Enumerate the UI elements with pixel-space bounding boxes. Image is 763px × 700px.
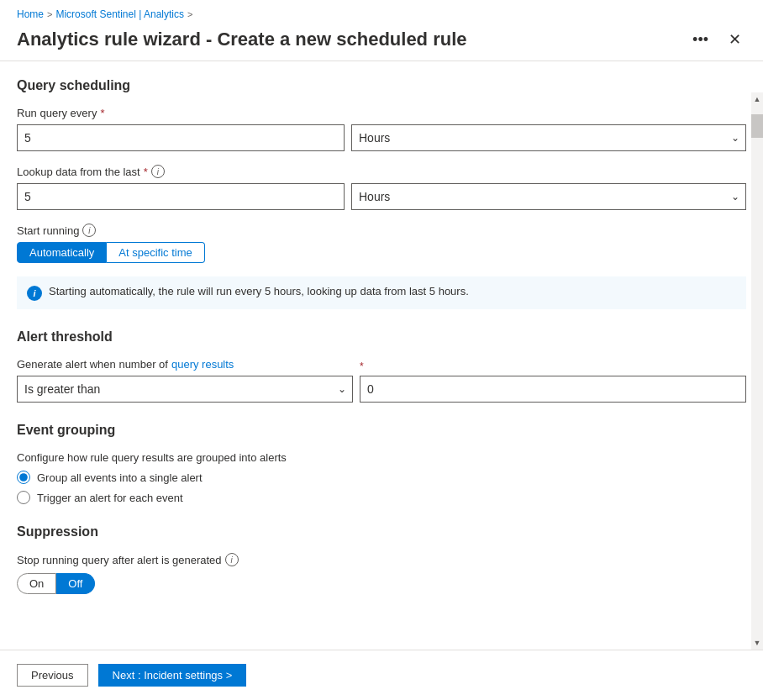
page-header: Analytics rule wizard - Create a new sch… xyxy=(0,25,763,61)
next-button[interactable]: Next : Incident settings > xyxy=(98,664,247,687)
footer: Previous Next : Incident settings > xyxy=(0,650,763,700)
suppression-info-icon[interactable]: i xyxy=(225,553,239,566)
event-grouping-radio-group: Group all events into a single alert Tri… xyxy=(17,471,746,504)
run-query-field-group: Run query every * Hours Days Minutes ⌄ xyxy=(17,107,746,151)
scrollbar[interactable]: ▲ ▼ xyxy=(751,92,763,650)
event-grouping-section: Event grouping Configure how rule query … xyxy=(17,423,746,504)
trigger-each-radio[interactable] xyxy=(17,491,30,504)
lookup-input[interactable] xyxy=(17,183,345,210)
start-running-info-icon[interactable]: i xyxy=(82,224,96,237)
trigger-each-label: Trigger an alert for each event xyxy=(37,492,183,504)
page-title: Analytics rule wizard - Create a new sch… xyxy=(17,29,467,50)
close-button[interactable]: ✕ xyxy=(724,29,746,50)
group-single-label: Group all events into a single alert xyxy=(37,471,203,484)
scroll-thumb[interactable] xyxy=(751,114,763,138)
suppression-title: Suppression xyxy=(17,524,746,539)
scroll-down-arrow[interactable]: ▼ xyxy=(751,636,763,650)
scroll-track[interactable] xyxy=(751,106,763,636)
query-results-label: query results xyxy=(171,358,234,371)
lookup-unit-select[interactable]: Hours Days Minutes xyxy=(351,183,746,210)
run-query-row: Hours Days Minutes ⌄ xyxy=(17,124,746,151)
breadcrumb-sep-2: > xyxy=(187,9,192,19)
breadcrumb-sep-1: > xyxy=(47,9,52,19)
suppression-off-button[interactable]: Off xyxy=(56,573,95,594)
alert-threshold-section: Alert threshold Generate alert when numb… xyxy=(17,329,746,403)
threshold-row: Is greater than Is less than Is equal to… xyxy=(17,376,746,403)
threshold-required-star: * xyxy=(360,361,364,372)
main-content: Query scheduling Run query every * Hours… xyxy=(0,61,763,618)
specific-time-button[interactable]: At specific time xyxy=(107,242,204,263)
start-running-label: Start running i xyxy=(17,224,746,237)
start-running-toggle-group: Automatically At specific time xyxy=(17,242,746,263)
info-banner-icon: i xyxy=(27,286,42,301)
breadcrumb: Home > Microsoft Sentinel | Analytics > xyxy=(0,0,763,25)
configure-label: Configure how rule query results are gro… xyxy=(17,451,746,464)
breadcrumb-analytics[interactable]: Microsoft Sentinel | Analytics xyxy=(55,8,184,20)
suppression-section: Suppression Stop running query after ale… xyxy=(17,524,746,594)
threshold-generate-label: Generate alert when number of query resu… xyxy=(17,358,746,371)
threshold-condition-wrapper: Is greater than Is less than Is equal to… xyxy=(17,376,353,403)
info-banner: i Starting automatically, the rule will … xyxy=(17,276,746,309)
lookup-label: Lookup data from the last * i xyxy=(17,165,746,178)
automatically-button[interactable]: Automatically xyxy=(17,242,107,263)
group-single-radio[interactable] xyxy=(17,471,30,484)
lookup-field-group: Lookup data from the last * i Hours Days… xyxy=(17,165,746,210)
event-grouping-title: Event grouping xyxy=(17,423,746,438)
stop-running-label: Stop running query after alert is genera… xyxy=(17,553,746,566)
info-banner-text: Starting automatically, the rule will ru… xyxy=(49,285,469,297)
group-single-option[interactable]: Group all events into a single alert xyxy=(17,471,746,484)
threshold-number-wrapper: * xyxy=(360,376,746,403)
threshold-condition-select[interactable]: Is greater than Is less than Is equal to xyxy=(17,376,353,403)
header-actions: ••• ✕ xyxy=(687,29,746,50)
run-query-input[interactable] xyxy=(17,124,345,151)
lookup-info-icon[interactable]: i xyxy=(151,165,165,178)
run-query-required: * xyxy=(100,107,104,119)
alert-threshold-title: Alert threshold xyxy=(17,329,746,345)
run-query-label: Run query every * xyxy=(17,107,746,119)
suppression-toggle-group: On Off xyxy=(17,573,746,594)
breadcrumb-home[interactable]: Home xyxy=(17,8,44,20)
lookup-required: * xyxy=(144,166,148,178)
previous-button[interactable]: Previous xyxy=(17,664,88,687)
run-query-unit-select[interactable]: Hours Days Minutes xyxy=(351,124,746,151)
query-scheduling-title: Query scheduling xyxy=(17,78,746,93)
start-running-section: Start running i Automatically At specifi… xyxy=(17,224,746,263)
trigger-each-option[interactable]: Trigger an alert for each event xyxy=(17,491,746,504)
run-query-unit-select-wrapper: Hours Days Minutes ⌄ xyxy=(351,124,746,151)
lookup-unit-select-wrapper: Hours Days Minutes ⌄ xyxy=(351,183,746,210)
suppression-on-button[interactable]: On xyxy=(17,573,56,594)
lookup-row: Hours Days Minutes ⌄ xyxy=(17,183,746,210)
more-button[interactable]: ••• xyxy=(687,29,713,50)
scroll-up-arrow[interactable]: ▲ xyxy=(751,92,763,106)
threshold-value-input[interactable] xyxy=(360,376,746,403)
